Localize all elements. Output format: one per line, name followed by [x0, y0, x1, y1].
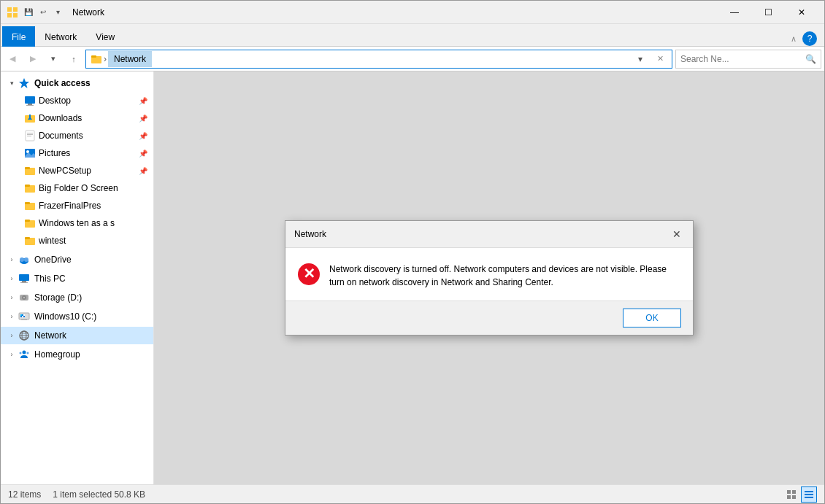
svg-rect-56: [787, 490, 791, 494]
ribbon-collapse-btn[interactable]: ∧: [791, 34, 797, 44]
dialog-body: ✕ Network discovery is turned off. Netwo…: [285, 248, 693, 301]
sidebar-item-wintest[interactable]: wintest: [1, 232, 153, 249]
storage-d-icon: [18, 292, 30, 303]
content-area: Network ✕ ✕ Network discovery is turned …: [154, 71, 824, 484]
details-view-btn[interactable]: [801, 486, 817, 503]
search-box[interactable]: 🔍: [675, 50, 821, 69]
svg-rect-60: [805, 491, 813, 492]
address-dropdown[interactable]: ▾: [638, 54, 650, 64]
svg-rect-5: [91, 55, 96, 58]
wintest-icon: [24, 235, 36, 247]
sidebar-item-desktop[interactable]: Desktop 📌: [1, 92, 153, 109]
tab-network[interactable]: Network: [35, 26, 86, 47]
network-header[interactable]: › Network: [1, 327, 153, 344]
dialog-close-button[interactable]: ✕: [669, 227, 684, 241]
onedrive-label: OneDrive: [34, 255, 72, 265]
current-path: Network: [108, 51, 152, 67]
svg-point-53: [27, 352, 29, 354]
ribbon-tabs: File Network View ∧ ?: [1, 24, 824, 46]
newpcsetup-pin: 📌: [139, 167, 147, 175]
newpcsetup-icon: [24, 165, 36, 177]
svg-point-31: [20, 257, 24, 262]
downloads-icon: [24, 112, 36, 124]
svg-rect-42: [22, 316, 23, 317]
bigfolder-label: Big Folder O Screen: [39, 183, 147, 193]
windows10-c-icon: [18, 311, 30, 322]
svg-rect-43: [23, 314, 25, 316]
title-bar-app-icon: [7, 7, 18, 18]
search-input[interactable]: [680, 54, 802, 64]
onedrive-header[interactable]: › OneDrive: [1, 251, 153, 268]
svg-marker-6: [19, 78, 29, 88]
svg-rect-14: [27, 133, 33, 133]
address-bar: ◀ ▶ ▾ ↑ › Network ▾ ✕ 🔍: [1, 47, 824, 71]
sidebar-section-storage-d: › Storage (D:): [1, 289, 153, 306]
back-button[interactable]: ◀: [4, 50, 21, 68]
help-button[interactable]: ?: [802, 31, 817, 46]
up-button[interactable]: ↑: [65, 50, 82, 68]
large-icons-view-btn[interactable]: [783, 486, 799, 503]
dialog-message: Network discovery is turned off. Network…: [329, 263, 681, 289]
sidebar-item-windowsten[interactable]: Windows ten as a s: [1, 214, 153, 232]
minimize-button[interactable]: —: [718, 1, 751, 24]
qat-undo-btn[interactable]: ↩: [37, 7, 49, 18]
svg-rect-33: [19, 274, 29, 281]
tab-view[interactable]: View: [86, 26, 124, 47]
svg-rect-7: [25, 96, 35, 104]
documents-icon: [24, 130, 36, 141]
qat-save-btn[interactable]: 💾: [23, 7, 34, 18]
quick-access-icon: [18, 77, 30, 89]
svg-rect-0: [7, 7, 12, 12]
svg-rect-23: [25, 185, 30, 187]
forward-button[interactable]: ▶: [24, 50, 42, 68]
quick-access-header[interactable]: ▾ Quick access: [1, 74, 153, 92]
desktop-icon: [24, 95, 36, 106]
sidebar-item-documents[interactable]: Documents 📌: [1, 127, 153, 144]
network-label: Network: [34, 330, 66, 341]
sidebar-item-frazerfinal[interactable]: FrazerFinalPres: [1, 197, 153, 214]
downloads-label: Downloads: [39, 113, 136, 123]
svg-point-52: [20, 352, 22, 354]
address-input[interactable]: › Network ▾ ✕: [85, 50, 672, 69]
svg-point-18: [26, 150, 29, 153]
sidebar-item-newpcsetup[interactable]: NewPCSetup 📌: [1, 162, 153, 179]
svg-rect-3: [13, 13, 18, 18]
close-button[interactable]: ✕: [785, 1, 818, 24]
this-pc-label: This PC: [34, 274, 66, 284]
maximize-button[interactable]: ☐: [751, 1, 785, 24]
sidebar-item-downloads[interactable]: Downloads 📌: [1, 109, 153, 127]
this-pc-expand-icon: ›: [7, 274, 17, 284]
newpcsetup-label: NewPCSetup: [39, 166, 136, 176]
svg-rect-25: [25, 202, 30, 204]
storage-d-header[interactable]: › Storage (D:): [1, 289, 153, 306]
svg-rect-1: [13, 7, 18, 12]
svg-rect-27: [25, 220, 30, 222]
documents-pin: 📌: [139, 132, 147, 140]
svg-rect-41: [20, 314, 22, 316]
address-clear[interactable]: ✕: [653, 52, 667, 66]
onedrive-icon: [18, 254, 30, 265]
desktop-label: Desktop: [39, 96, 136, 106]
recent-locations-button[interactable]: ▾: [45, 50, 62, 68]
windows10-c-expand-icon: ›: [7, 311, 17, 322]
svg-rect-34: [22, 281, 26, 282]
homegroup-header[interactable]: › Homegroup: [1, 346, 153, 363]
network-dialog: Network ✕ ✕ Network discovery is turned …: [285, 220, 694, 336]
sidebar: ▾ Quick access Desktop 📌: [1, 71, 154, 484]
homegroup-icon: [18, 349, 30, 360]
network-sidebar-icon: [18, 330, 30, 341]
this-pc-header[interactable]: › This PC: [1, 270, 153, 287]
frazerfinal-icon: [24, 200, 36, 212]
svg-rect-16: [27, 136, 31, 136]
search-icon: 🔍: [805, 54, 816, 64]
sidebar-section-network: › Network: [1, 327, 153, 344]
qat-dropdown-btn[interactable]: ▾: [52, 7, 64, 18]
sidebar-item-pictures[interactable]: Pictures 📌: [1, 144, 153, 162]
quick-access-expand-icon: ▾: [7, 78, 17, 88]
dialog-ok-button[interactable]: OK: [623, 309, 681, 327]
sidebar-item-bigfolder[interactable]: Big Folder O Screen: [1, 179, 153, 197]
windows10-c-header[interactable]: › Windows10 (C:): [1, 308, 153, 325]
tab-file[interactable]: File: [2, 26, 35, 47]
quick-access-label: Quick access: [34, 78, 91, 88]
this-pc-icon: [18, 273, 30, 284]
